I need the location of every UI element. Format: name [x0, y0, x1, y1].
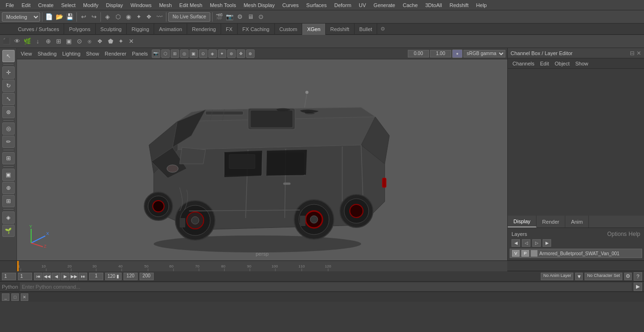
grouping-button[interactable]: ▣: [2, 169, 15, 181]
xgen-tool7-button[interactable]: ❖: [95, 37, 105, 46]
renderer-menu[interactable]: Renderer: [103, 51, 128, 57]
grid-icon[interactable]: ⊞: [171, 49, 179, 58]
tab-animation[interactable]: Animation: [154, 24, 187, 35]
frame-input[interactable]: 1: [18, 273, 32, 280]
object-menu[interactable]: Object: [552, 58, 572, 69]
select-similar-button[interactable]: ❖: [144, 12, 154, 22]
tab-sculpting[interactable]: Sculpting: [96, 24, 127, 35]
panels-menu[interactable]: Panels: [130, 51, 150, 57]
xgen-tool9-button[interactable]: ✦: [116, 37, 125, 46]
lasso-select-button[interactable]: 〰: [155, 12, 164, 22]
tab-rigging[interactable]: Rigging: [127, 24, 154, 35]
select-hierarchy-button[interactable]: ⬡: [113, 12, 123, 22]
help-icon[interactable]: ?: [634, 272, 642, 281]
menu-item-mesh-tools[interactable]: Mesh Tools: [206, 1, 239, 9]
xgen-tool8-button[interactable]: ⬟: [106, 37, 115, 46]
menu-item-uv[interactable]: UV: [355, 1, 370, 9]
xgen-preview-button[interactable]: 👁: [12, 37, 22, 46]
layer-visibility-toggle[interactable]: V: [512, 250, 520, 257]
layers-help-menu[interactable]: Help: [628, 231, 640, 237]
tab-custom[interactable]: Custom: [275, 24, 303, 35]
orbit-button[interactable]: ⊙: [256, 12, 265, 22]
layers-prev-arrow[interactable]: ◁: [522, 239, 530, 247]
anim-tab[interactable]: Anim: [565, 216, 589, 227]
display-tab[interactable]: Display: [508, 216, 537, 227]
playback-end-input[interactable]: 200: [140, 273, 154, 280]
char-set-icon[interactable]: ⚙: [624, 273, 632, 280]
viewport-icon5[interactable]: ⊛: [227, 49, 236, 58]
step-forward-button[interactable]: ▶▶: [70, 273, 78, 280]
live-surface-button[interactable]: No Live Surface: [168, 12, 210, 22]
view-menu[interactable]: View: [19, 51, 34, 57]
gamma-scale-input[interactable]: [430, 50, 451, 57]
edit-menu[interactable]: Edit: [537, 58, 552, 69]
menu-item-create[interactable]: Create: [34, 1, 58, 9]
layer-playback-toggle[interactable]: P: [521, 250, 529, 257]
layers-right-arrow[interactable]: ▶: [543, 239, 551, 247]
xgen-tool-button[interactable]: 🌱: [2, 225, 15, 237]
menu-item-cache[interactable]: Cache: [399, 1, 421, 9]
xgen-tool5-button[interactable]: ⊙: [74, 37, 84, 46]
camera-icon[interactable]: 📷: [152, 49, 160, 58]
render-tab[interactable]: Render: [537, 216, 565, 227]
window-minimize-button[interactable]: _: [2, 293, 9, 301]
python-input[interactable]: [20, 283, 632, 291]
paint-selection-button[interactable]: ✦: [134, 12, 143, 22]
snap-button[interactable]: ⊕: [2, 182, 15, 194]
channel-box-close-button[interactable]: ✕: [636, 50, 641, 57]
channel-box-resize-button[interactable]: ⊟: [630, 50, 635, 57]
menu-item-redshift[interactable]: Redshift: [446, 1, 472, 9]
redo-button[interactable]: ↪: [89, 12, 99, 22]
undo-button[interactable]: ↩: [79, 12, 88, 22]
menu-item-edit-mesh[interactable]: Edit Mesh: [175, 1, 206, 9]
render-preview-button[interactable]: ◈: [2, 211, 15, 224]
shading-menu[interactable]: Shading: [36, 51, 58, 57]
new-file-button[interactable]: 📄: [44, 12, 54, 22]
tab-rendering[interactable]: Rendering: [187, 24, 221, 35]
frame-range-start-input[interactable]: 1: [89, 273, 103, 280]
go-to-end-button[interactable]: ⏭: [79, 273, 87, 280]
tab-redshift[interactable]: Redshift: [326, 24, 355, 35]
paint-tool-button[interactable]: ✏: [2, 136, 15, 148]
show-menu-cb[interactable]: Show: [572, 58, 591, 69]
universal-manip-button[interactable]: ⊛: [2, 106, 15, 118]
xgen-tool2-button[interactable]: ⊕: [43, 37, 53, 46]
play-back-button[interactable]: ◀: [52, 273, 60, 280]
no-character-set-button[interactable]: No Character Set: [585, 273, 622, 280]
color-space-icon[interactable]: ●: [452, 49, 462, 58]
frame-range-end-input[interactable]: 120: [124, 273, 138, 280]
viewport-icon1[interactable]: ▣: [190, 49, 198, 58]
xgen-create-button[interactable]: ⬛: [2, 37, 11, 46]
python-execute-button[interactable]: ▶: [634, 283, 642, 291]
save-file-button[interactable]: 💾: [65, 12, 74, 22]
tab-xgen[interactable]: XGen: [302, 24, 325, 35]
anim-layer-icon[interactable]: ▼: [575, 273, 583, 280]
align-button[interactable]: ⊞: [2, 195, 15, 207]
channels-menu[interactable]: Channels: [510, 58, 537, 69]
render-button[interactable]: 🎬: [215, 12, 224, 22]
layers-next-arrow[interactable]: ▷: [532, 239, 541, 247]
move-tool-button[interactable]: ✛: [2, 66, 15, 79]
menu-item-display[interactable]: Display: [102, 1, 127, 9]
layer-color-swatch[interactable]: [531, 250, 537, 257]
no-anim-layer-button[interactable]: No Anim Layer: [541, 273, 573, 280]
window-close-button[interactable]: ✕: [21, 293, 28, 301]
xgen-export-button[interactable]: 🌿: [23, 37, 32, 46]
menu-item-windows[interactable]: Windows: [127, 1, 156, 9]
menu-item-select[interactable]: Select: [58, 1, 80, 9]
viewport-icon4[interactable]: ✦: [218, 49, 226, 58]
menu-item-file[interactable]: File: [2, 1, 18, 9]
menu-item-generate[interactable]: Generate: [370, 1, 399, 9]
layers-left-arrow[interactable]: ◀: [512, 239, 520, 247]
show-render-button[interactable]: 🖥: [246, 12, 255, 22]
scale-tool-button[interactable]: ⤡: [2, 93, 15, 105]
go-to-start-button[interactable]: ⏮: [34, 273, 42, 280]
menu-item-mesh-display[interactable]: Mesh Display: [240, 1, 279, 9]
window-maximize-button[interactable]: □: [11, 293, 19, 301]
xgen-tool3-button[interactable]: ⊞: [54, 37, 63, 46]
rotate-tool-button[interactable]: ↻: [2, 80, 15, 92]
tab-bullet[interactable]: Bullet: [355, 24, 378, 35]
render-settings-button[interactable]: ⚙: [235, 12, 245, 22]
timeline-ruler[interactable]: 1 10 20 30 40 50 60 70 80 90 1: [17, 261, 507, 271]
tab-fx[interactable]: FX: [221, 24, 238, 35]
